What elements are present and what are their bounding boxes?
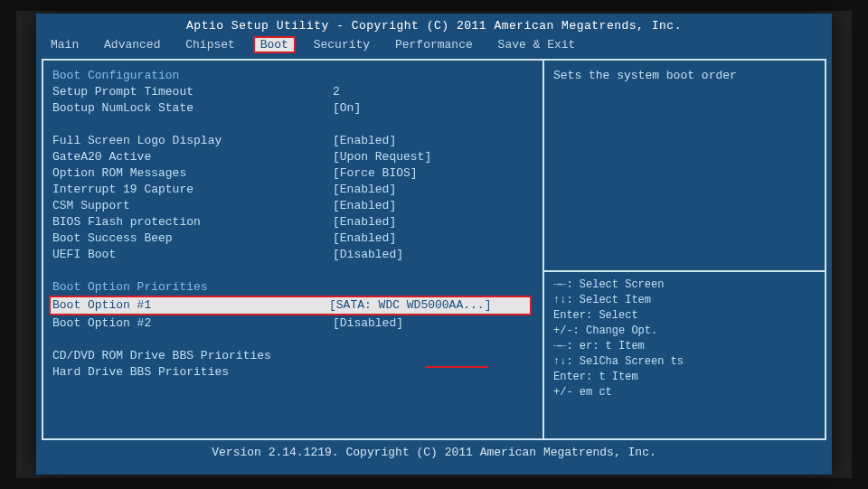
tab-security[interactable]: Security xyxy=(307,36,377,53)
item-description: Sets the system boot order xyxy=(553,68,816,84)
row-boot-beep[interactable]: Boot Success Beep [Enabled] xyxy=(52,230,539,247)
title-bar: Aptio Setup Utility - Copyright (C) 2011… xyxy=(36,14,832,33)
value: [Disabled] xyxy=(333,315,403,332)
help-line: →←: er: t Item xyxy=(553,339,816,354)
tab-bar: Main Advanced Chipset Boot Security Perf… xyxy=(36,33,832,59)
value: [Disabled] xyxy=(333,247,403,263)
section-boot-priorities: Boot Option Priorities xyxy=(52,279,539,296)
label: Boot Option #1 xyxy=(52,297,329,314)
label: Bootup NumLock State xyxy=(52,100,333,117)
label: UEFI Boot xyxy=(52,247,333,263)
section-boot-config-label: Boot Configuration xyxy=(52,68,333,84)
help-line: →←: Select Screen xyxy=(553,277,816,293)
value: [Enabled] xyxy=(333,230,396,247)
section-boot-config: Boot Configuration xyxy=(52,68,539,84)
value: 2 xyxy=(333,84,340,100)
help-line: ↑↓: Select Item xyxy=(553,293,816,308)
label: GateA20 Active xyxy=(52,149,333,165)
row-bios-flash[interactable]: BIOS Flash protection [Enabled] xyxy=(52,214,539,230)
help-line: Enter: t Item xyxy=(553,370,816,385)
value: [Force BIOS] xyxy=(333,165,418,182)
row-option-rom[interactable]: Option ROM Messages [Force BIOS] xyxy=(52,165,539,182)
section-boot-priorities-label: Boot Option Priorities xyxy=(52,279,333,296)
footer-version: Version 2.14.1219. Copyright (C) 2011 Am… xyxy=(36,440,832,459)
label: Boot Success Beep xyxy=(52,230,333,247)
row-fullscreen-logo[interactable]: Full Screen Logo Display [Enabled] xyxy=(52,133,539,149)
help-pane: Sets the system boot order →←: Select Sc… xyxy=(542,61,826,438)
value: [Upon Request] xyxy=(333,149,431,165)
tab-saveexit[interactable]: Save & Exit xyxy=(491,36,583,53)
tab-main[interactable]: Main xyxy=(43,36,86,53)
tab-boot[interactable]: Boot xyxy=(253,36,296,53)
label: Hard Drive BBS Priorities xyxy=(52,364,333,381)
value: [Enabled] xyxy=(333,133,396,149)
label: CD/DVD ROM Drive BBS Priorities xyxy=(52,348,333,364)
settings-pane: Boot Configuration Setup Prompt Timeout … xyxy=(42,61,542,438)
value: [Enabled] xyxy=(333,214,396,230)
label: Full Screen Logo Display xyxy=(52,133,333,149)
label: Boot Option #2 xyxy=(52,315,333,332)
label: CSM Support xyxy=(52,198,333,214)
label: Option ROM Messages xyxy=(52,165,333,182)
annotation-underline xyxy=(425,366,488,368)
key-help: →←: Select Screen ↑↓: Select Item Enter:… xyxy=(553,277,816,400)
row-csm[interactable]: CSM Support [Enabled] xyxy=(52,198,539,214)
help-line: +/- em ct xyxy=(553,385,816,400)
row-uefi-boot[interactable]: UEFI Boot [Disabled] xyxy=(52,247,539,263)
value: [SATA: WDC WD5000AA...] xyxy=(329,297,491,314)
value: [On] xyxy=(333,100,361,117)
tab-performance[interactable]: Performance xyxy=(388,36,480,53)
bios-screen: Aptio Setup Utility - Copyright (C) 2011… xyxy=(36,14,832,475)
row-boot-option-2[interactable]: Boot Option #2 [Disabled] xyxy=(52,315,539,332)
label: Setup Prompt Timeout xyxy=(52,84,333,100)
label: Interrupt 19 Capture xyxy=(52,182,333,198)
row-bootup-numlock[interactable]: Bootup NumLock State [On] xyxy=(52,100,539,117)
tab-advanced[interactable]: Advanced xyxy=(97,36,167,53)
help-line: ↑↓: SelCha Screen ts xyxy=(553,354,816,370)
help-line: Enter: Select xyxy=(553,308,816,324)
row-gatea20[interactable]: GateA20 Active [Upon Request] xyxy=(52,149,539,165)
value: [Enabled] xyxy=(333,198,396,214)
row-cddvd-bbs[interactable]: CD/DVD ROM Drive BBS Priorities xyxy=(52,348,539,364)
row-boot-option-1[interactable]: Boot Option #1 [SATA: WDC WD5000AA...] xyxy=(49,296,532,315)
row-int19[interactable]: Interrupt 19 Capture [Enabled] xyxy=(52,182,539,198)
value: [Enabled] xyxy=(333,182,396,198)
tab-chipset[interactable]: Chipset xyxy=(178,36,242,53)
help-line: +/-: Change Opt. xyxy=(553,324,816,339)
label: BIOS Flash protection xyxy=(52,214,333,230)
row-setup-prompt-timeout[interactable]: Setup Prompt Timeout 2 xyxy=(52,84,539,100)
